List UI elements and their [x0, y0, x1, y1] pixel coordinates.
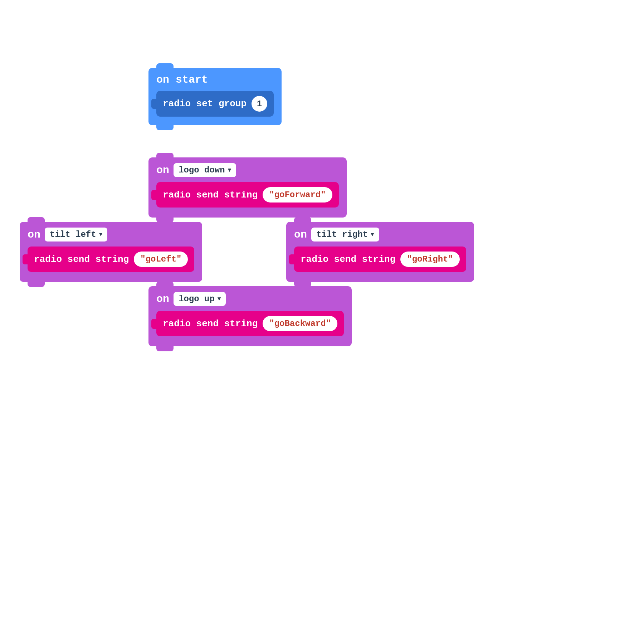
dropdown-arrow: ▼: [99, 231, 103, 238]
left-notch: [151, 319, 156, 329]
radio-send-string-left-block[interactable]: radio send string "goLeft": [28, 247, 194, 272]
left-notch: [289, 254, 294, 264]
hat-header: on tilt left ▼: [28, 228, 194, 241]
tilt-left-label: tilt left: [50, 230, 96, 239]
go-backward-string[interactable]: "goBackward": [263, 316, 337, 331]
dropdown-arrow: ▼: [371, 231, 374, 238]
hat-notch-bottom: [156, 346, 174, 351]
on-logo-up-on-label: on: [156, 293, 169, 305]
on-tilt-left-block[interactable]: on tilt left ▼ radio send string "goLeft…: [20, 222, 202, 282]
radio-send-string-label: radio send string: [301, 254, 395, 265]
tilt-left-dropdown[interactable]: tilt left ▼: [45, 228, 107, 241]
hat-notch-bottom: [156, 125, 174, 130]
logo-down-dropdown[interactable]: logo down ▼: [174, 163, 236, 177]
logo-down-label: logo down: [179, 165, 225, 175]
hat-notch-top: [156, 63, 174, 68]
radio-send-string-label: radio send string: [163, 318, 258, 329]
dropdown-arrow: ▼: [218, 296, 221, 302]
radio-send-string-forward-block[interactable]: radio send string "goForward": [156, 182, 339, 208]
hat-notch-top: [156, 153, 174, 158]
tilt-right-dropdown[interactable]: tilt right ▼: [311, 228, 379, 241]
tilt-right-label: tilt right: [316, 230, 368, 239]
radio-send-string-right-block[interactable]: radio send string "goRight": [294, 247, 466, 272]
on-tilt-right-on-label: on: [294, 229, 307, 241]
on-logo-up-block[interactable]: on logo up ▼ radio send string "goBackwa…: [148, 286, 352, 346]
go-left-string[interactable]: "goLeft": [134, 252, 188, 267]
logo-up-label: logo up: [179, 294, 215, 304]
hat-notch-top: [294, 217, 311, 222]
radio-send-string-label: radio send string: [34, 254, 129, 265]
left-notch: [23, 254, 28, 264]
hat-notch-bottom: [28, 282, 45, 287]
go-right-string[interactable]: "goRight": [400, 252, 460, 267]
on-start-label: on start: [156, 74, 274, 86]
on-tilt-left-on-label: on: [28, 229, 40, 241]
on-start-block[interactable]: on start radio set group 1: [148, 68, 282, 125]
radio-set-group-label: radio set group: [163, 98, 247, 109]
hat-header: on logo up ▼: [156, 292, 344, 306]
radio-send-string-label: radio send string: [163, 190, 258, 200]
left-notch: [151, 190, 156, 200]
hat-header: on tilt right ▼: [294, 228, 466, 241]
radio-send-string-backward-block[interactable]: radio send string "goBackward": [156, 311, 344, 336]
go-forward-string[interactable]: "goForward": [263, 187, 332, 203]
logo-up-dropdown[interactable]: logo up ▼: [174, 292, 226, 306]
group-number[interactable]: 1: [252, 96, 267, 112]
left-notch: [151, 99, 156, 109]
hat-header: on logo down ▼: [156, 163, 339, 177]
dropdown-arrow: ▼: [228, 167, 231, 174]
hat-notch-top: [28, 217, 45, 222]
on-logo-down-on-label: on: [156, 164, 169, 176]
hat-notch-top: [156, 282, 174, 287]
radio-set-group-block[interactable]: radio set group 1: [156, 91, 274, 117]
on-logo-down-block[interactable]: on logo down ▼ radio send string "goForw…: [148, 157, 347, 218]
on-tilt-right-block[interactable]: on tilt right ▼ radio send string "goRig…: [286, 222, 474, 282]
